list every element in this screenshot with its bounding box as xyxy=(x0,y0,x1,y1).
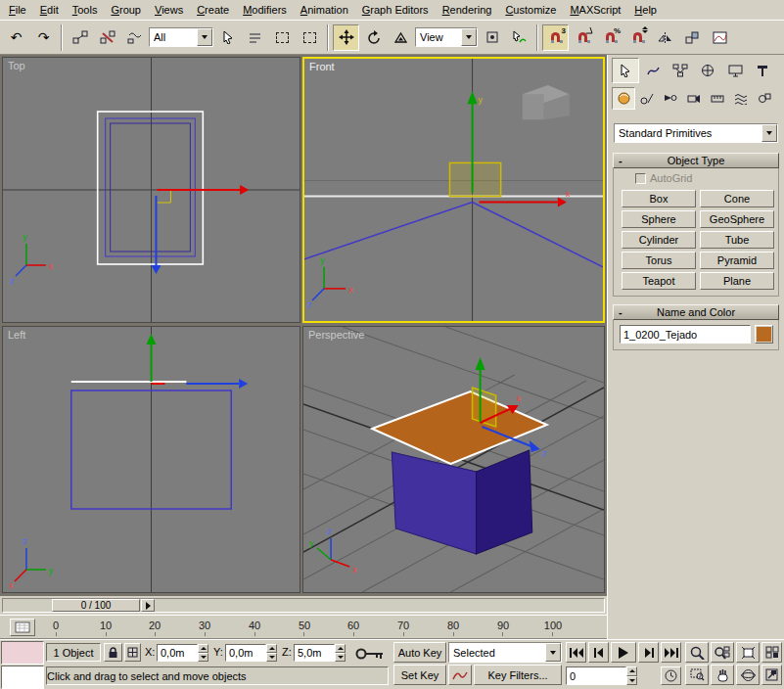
z-coordinate-input[interactable] xyxy=(294,644,335,662)
select-and-link-button[interactable] xyxy=(67,24,93,51)
autogrid-row[interactable]: AutoGrid xyxy=(635,172,692,184)
move-gizmo[interactable] xyxy=(152,185,250,274)
previous-frame-button[interactable] xyxy=(588,642,609,663)
menu-create[interactable]: Create xyxy=(190,1,236,19)
x-coordinate-input[interactable] xyxy=(157,644,198,662)
spinner-snap-toggle-button[interactable] xyxy=(624,24,651,51)
selection-lock-toggle[interactable] xyxy=(104,643,122,662)
go-to-start-button[interactable] xyxy=(566,642,586,663)
mini-curve-editor-button[interactable] xyxy=(10,619,35,636)
tab-motion[interactable] xyxy=(694,58,721,83)
object-name-input[interactable] xyxy=(620,325,751,344)
maxscript-mini-listener[interactable] xyxy=(1,666,44,689)
menu-rendering[interactable]: Rendering xyxy=(436,1,499,19)
category-space-warps[interactable] xyxy=(729,87,753,110)
zoom-extents-button[interactable] xyxy=(736,642,760,663)
menu-help[interactable]: Help xyxy=(627,1,664,19)
tab-create[interactable] xyxy=(612,58,639,83)
tab-modify[interactable] xyxy=(639,58,667,83)
maxscript-mini-listener-macro[interactable] xyxy=(1,641,44,665)
curve-editor-button[interactable] xyxy=(707,24,733,51)
time-slider-track[interactable]: 0 / 100 xyxy=(2,598,605,613)
set-key-button[interactable]: Set Key xyxy=(393,665,446,685)
primitive-button-cylinder[interactable]: Cylinder xyxy=(622,231,696,249)
percent-snap-toggle-button[interactable]: % xyxy=(597,24,623,51)
select-and-move-button[interactable] xyxy=(333,24,359,51)
default-in-out-tangent-button[interactable] xyxy=(448,665,472,685)
time-configuration-button[interactable] xyxy=(661,666,681,685)
category-cameras[interactable] xyxy=(682,87,706,110)
select-object-button[interactable] xyxy=(214,24,241,51)
primitive-button-pyramid[interactable]: Pyramid xyxy=(700,252,774,269)
undo-button[interactable]: ↶ xyxy=(3,24,29,51)
object-type-rollout-header[interactable]: - Object Type xyxy=(613,153,779,168)
snaps-toggle-button[interactable]: 3 xyxy=(542,24,569,51)
menu-edit[interactable]: Edit xyxy=(33,1,66,19)
category-geometry[interactable] xyxy=(612,87,635,110)
angle-snap-toggle-button[interactable] xyxy=(570,24,596,51)
reference-coordinate-dropdown[interactable]: View xyxy=(415,27,478,47)
menu-group[interactable]: Group xyxy=(104,1,148,19)
primitive-button-box[interactable]: Box xyxy=(622,190,696,207)
select-and-rotate-button[interactable] xyxy=(360,24,387,51)
key-filters-button[interactable]: Key Filters... xyxy=(474,665,562,685)
dropdown-arrow-icon[interactable] xyxy=(197,28,212,46)
set-keys-button[interactable] xyxy=(352,645,388,663)
menu-graph-editors[interactable]: Graph Editors xyxy=(355,1,436,19)
redo-button[interactable]: ↷ xyxy=(30,24,57,51)
category-shapes[interactable] xyxy=(635,87,659,110)
select-and-scale-button[interactable] xyxy=(388,24,414,51)
object-color-swatch[interactable] xyxy=(755,325,773,344)
selection-filter-dropdown[interactable]: All xyxy=(149,27,213,47)
play-button[interactable] xyxy=(611,642,636,663)
menu-customize[interactable]: Customize xyxy=(498,1,563,19)
dropdown-arrow-icon[interactable] xyxy=(461,28,477,46)
name-color-rollout-header[interactable]: - Name and Color xyxy=(613,304,779,320)
dropdown-arrow-icon[interactable] xyxy=(545,643,561,662)
primitive-button-tube[interactable]: Tube xyxy=(700,231,774,249)
zoom-button[interactable] xyxy=(685,642,709,663)
primitive-button-plane[interactable]: Plane xyxy=(700,272,774,290)
primitive-button-geosphere[interactable]: GeoSphere xyxy=(700,210,774,228)
track-bar[interactable]: 0 10 20 30 40 50 60 70 80 90 100 xyxy=(0,615,607,639)
dropdown-arrow-icon[interactable] xyxy=(761,124,777,142)
next-frame-nudge-button[interactable] xyxy=(141,599,155,612)
mirror-button[interactable] xyxy=(652,24,678,51)
next-frame-button[interactable] xyxy=(638,642,659,663)
key-mode-dropdown[interactable]: Selected xyxy=(448,642,562,663)
viewport-perspective-label[interactable]: Perspective xyxy=(308,329,364,341)
unlink-selection-button[interactable] xyxy=(94,24,120,51)
field-of-view-button[interactable] xyxy=(685,665,709,685)
align-button[interactable] xyxy=(679,24,706,51)
time-slider-thumb[interactable]: 0 / 100 xyxy=(52,599,140,612)
zoom-extents-all-button[interactable] xyxy=(761,642,782,663)
menu-modifiers[interactable]: Modifiers xyxy=(236,1,294,19)
yellow-plane-wire[interactable] xyxy=(449,162,500,196)
tab-utilities[interactable] xyxy=(749,58,776,83)
menu-tools[interactable]: Tools xyxy=(66,1,105,19)
go-to-end-button[interactable] xyxy=(661,642,681,663)
window-crossing-toggle-button[interactable] xyxy=(297,24,323,51)
frame-spinner[interactable] xyxy=(626,666,637,685)
viewport-front[interactable]: y x y x z Front xyxy=(302,57,605,323)
primitive-button-cone[interactable]: Cone xyxy=(700,190,774,207)
arc-rotate-button[interactable] xyxy=(736,665,760,685)
primitive-button-teapot[interactable]: Teapot xyxy=(622,272,696,290)
select-by-name-button[interactable] xyxy=(242,24,268,51)
category-helpers[interactable] xyxy=(706,87,729,110)
tab-display[interactable] xyxy=(721,58,749,83)
auto-key-button[interactable]: Auto Key xyxy=(393,642,446,663)
box-front-wire[interactable] xyxy=(304,203,603,267)
rectangular-selection-region-button[interactable] xyxy=(269,24,296,51)
box-top-wire[interactable] xyxy=(106,118,196,256)
x-spinner[interactable] xyxy=(198,644,208,662)
viewport-left[interactable]: z y x Left xyxy=(2,326,300,593)
viewport-perspective[interactable]: x z z y x Perspective xyxy=(302,326,605,593)
category-lights[interactable] xyxy=(659,87,682,110)
autogrid-checkbox[interactable] xyxy=(635,173,646,184)
z-spinner[interactable] xyxy=(335,644,346,662)
primitive-button-torus[interactable]: Torus xyxy=(622,252,696,269)
y-spinner[interactable] xyxy=(266,644,277,662)
use-center-button[interactable] xyxy=(479,24,505,51)
primitive-button-sphere[interactable]: Sphere xyxy=(622,210,696,228)
